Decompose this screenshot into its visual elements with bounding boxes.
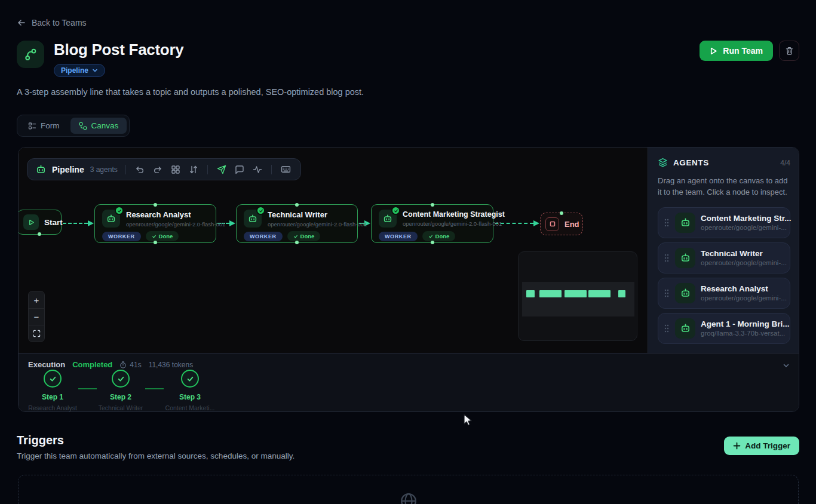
agent-avatar (675, 213, 695, 233)
keyboard-icon (281, 164, 291, 174)
execution-step-1[interactable]: Step 1 Research Analyst (18, 370, 91, 411)
fit-view-button[interactable] (29, 325, 44, 342)
agent-list-item[interactable]: Technical Writer openrouter/google/gemin… (658, 242, 790, 273)
drag-handle-icon[interactable] (664, 253, 670, 263)
auto-layout-button[interactable] (188, 164, 200, 176)
step-label: Step 2 (82, 393, 159, 401)
triggers-title: Triggers (17, 434, 799, 447)
worker-badge: WORKER (244, 232, 283, 241)
connection-handle[interactable] (295, 203, 299, 207)
stop-square-icon (550, 221, 556, 227)
delete-team-button[interactable] (779, 41, 799, 61)
node-technical-writer[interactable]: Technical Writer openrouter/google/gemin… (236, 204, 358, 243)
node-model: openrouter/google/gemini-2.0-flash-001 (126, 221, 225, 228)
node-content-marketing-strategist[interactable]: Content Marketing Strategist openrouter/… (371, 204, 493, 243)
arrow-left-icon (17, 18, 26, 27)
execution-status: Completed (72, 360, 112, 369)
chevron-down-icon (782, 361, 790, 370)
end-node-icon (545, 217, 559, 231)
zoom-controls: + − (28, 291, 45, 342)
tab-canvas[interactable]: Canvas (70, 118, 127, 134)
connection-handle[interactable] (154, 203, 157, 207)
comments-button[interactable] (234, 164, 246, 176)
view-tabs: Form Canvas (17, 115, 130, 137)
connection-handle[interactable] (154, 241, 157, 244)
drag-handle-icon[interactable] (664, 218, 670, 228)
team-icon (17, 41, 44, 68)
form-icon (28, 122, 36, 130)
node-research-analyst[interactable]: Research Analyst openrouter/google/gemin… (94, 204, 216, 243)
agent-model: openrouter/google/gemini-... (701, 259, 787, 266)
start-node-label: Start (44, 218, 63, 227)
collapse-execution-button[interactable] (782, 361, 790, 370)
minimap-node (565, 290, 587, 297)
workflow-icon (79, 122, 87, 130)
agent-name: Research Analyst (701, 284, 787, 293)
execution-label: Execution (28, 360, 65, 369)
bot-icon (680, 217, 691, 228)
zoom-out-button[interactable]: − (29, 308, 44, 325)
tab-form[interactable]: Form (20, 118, 68, 134)
play-icon (710, 47, 717, 55)
triggers-section: Triggers Trigger this team automatically… (17, 434, 799, 460)
execution-step-3[interactable]: Step 3 Content Marketi... (151, 370, 229, 411)
add-trigger-label: Add Trigger (745, 441, 790, 450)
worker-badge: WORKER (102, 232, 141, 241)
team-type-label: Pipeline (61, 66, 88, 75)
flow-canvas[interactable]: Pipeline 3 agents (19, 147, 648, 353)
undo-button[interactable] (134, 164, 146, 176)
zoom-in-button[interactable]: + (29, 291, 44, 308)
undo-icon (135, 165, 145, 174)
canvas-board: Pipeline 3 agents (18, 147, 799, 412)
team-description: A 3-step assembly line that takes a topi… (17, 87, 799, 97)
message-icon (235, 165, 244, 174)
connection-handle[interactable] (295, 241, 299, 244)
execution-step-2[interactable]: Step 2 Technical Writer (82, 370, 159, 411)
activity-button[interactable] (251, 164, 263, 176)
send-icon (217, 165, 226, 174)
chevron-down-icon (92, 67, 98, 73)
edge-start-to-step1 (63, 223, 88, 224)
triggers-empty-dropzone (18, 475, 799, 504)
node-done-check-icon (115, 206, 124, 215)
step-label: Step 1 (18, 393, 91, 401)
end-node-label: End (565, 220, 579, 229)
drag-handle-icon[interactable] (664, 288, 670, 298)
connection-handle[interactable] (38, 232, 41, 236)
toolbar-title: Pipeline (52, 165, 84, 174)
bot-icon (383, 214, 392, 223)
step-agent: Research Analyst (18, 404, 91, 411)
agent-model: groq/llama-3.3-70b-versat... (701, 330, 790, 337)
page-title: Blog Post Factory (54, 41, 183, 59)
run-pipeline-button[interactable] (216, 164, 228, 176)
end-node[interactable]: End (540, 213, 583, 235)
keyboard-shortcuts-button[interactable] (280, 163, 292, 176)
agent-list-item[interactable]: Agent 1 - Morning Bri... groq/llama-3.3-… (658, 313, 790, 344)
fit-view-icon (33, 330, 41, 337)
toolbar-agent-count: 3 agents (90, 165, 118, 174)
redo-button[interactable] (152, 164, 164, 176)
check-icon (293, 234, 298, 239)
back-to-teams-link[interactable]: Back to Teams (17, 18, 87, 27)
plus-icon (733, 442, 741, 450)
redo-icon (153, 165, 162, 174)
step-check-icon (112, 370, 130, 388)
team-type-dropdown[interactable]: Pipeline (54, 64, 105, 77)
agent-list-item[interactable]: Content Marketing Str... openrouter/goog… (658, 207, 790, 238)
connection-handle[interactable] (431, 203, 434, 207)
layout-grid-button[interactable] (170, 164, 182, 176)
triggers-description: Trigger this team automatically from ext… (17, 451, 799, 460)
grid-icon (171, 165, 180, 174)
node-done-check-icon (391, 206, 400, 215)
team-detail-page: Back to Teams Blog Post Factory Pipeline… (0, 0, 816, 504)
done-badge: Done (146, 231, 179, 241)
connection-handle[interactable] (431, 241, 434, 244)
drag-handle-icon[interactable] (664, 324, 670, 333)
minimap[interactable] (518, 251, 637, 341)
bot-icon (248, 214, 257, 223)
run-team-button[interactable]: Run Team (700, 41, 773, 61)
add-trigger-button[interactable]: Add Trigger (724, 437, 799, 455)
start-node[interactable]: Start (18, 210, 62, 235)
connection-handle[interactable] (560, 211, 563, 215)
agent-list-item[interactable]: Research Analyst openrouter/google/gemin… (658, 278, 790, 309)
